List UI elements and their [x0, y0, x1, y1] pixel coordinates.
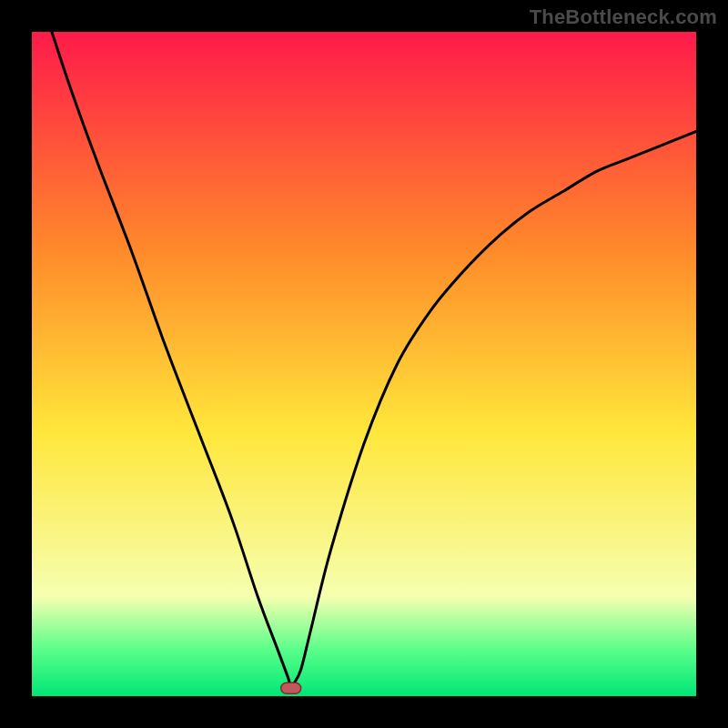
gradient-background — [32, 32, 696, 696]
chart-svg — [32, 32, 696, 696]
plot-area — [32, 32, 696, 696]
watermark-text: TheBottleneck.com — [530, 5, 717, 29]
optimal-point-marker — [281, 682, 301, 693]
chart-frame: TheBottleneck.com — [0, 0, 728, 728]
